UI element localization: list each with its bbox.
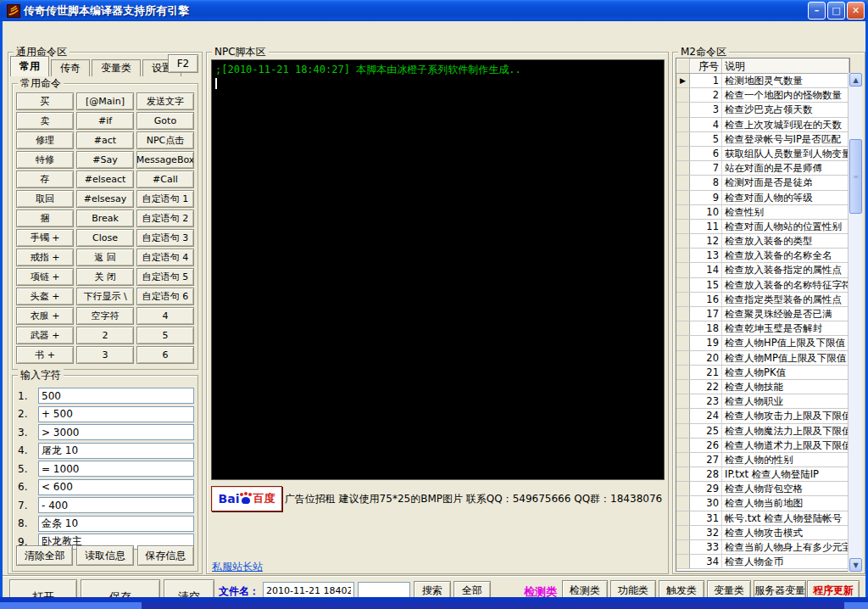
command-button[interactable]: 书 +: [16, 346, 74, 364]
m2-row[interactable]: 8 检测对面是否是徒弟: [676, 176, 849, 190]
m2-scrollbar[interactable]: ▲ ≡ ▼: [848, 73, 862, 572]
char-input[interactable]: [38, 443, 194, 459]
command-button[interactable]: 下行显示 \: [76, 288, 134, 305]
command-button[interactable]: #if: [76, 112, 134, 130]
char-input[interactable]: [38, 424, 194, 440]
char-input[interactable]: [38, 461, 194, 477]
command-button[interactable]: 衣服 +: [16, 307, 74, 325]
command-button[interactable]: Goto: [136, 112, 194, 130]
m2-row[interactable]: 11 检查对面人物站的位置性别: [676, 220, 849, 234]
m2-row[interactable]: 16 检查指定类型装备的属性点: [676, 293, 849, 307]
command-button[interactable]: 卖: [16, 112, 74, 130]
command-button[interactable]: 3: [76, 346, 134, 364]
m2-row[interactable]: 9 检查对面人物的等级: [676, 191, 849, 205]
command-button[interactable]: 手镯 +: [16, 229, 74, 247]
minimize-button[interactable]: –: [808, 2, 826, 20]
m2-row[interactable]: 17 检查聚灵珠经验是否已满: [676, 307, 849, 321]
maximize-button[interactable]: □: [827, 2, 845, 20]
command-button[interactable]: NPC点击: [136, 131, 194, 149]
command-button[interactable]: MessageBox: [136, 151, 194, 169]
command-button[interactable]: 6: [136, 346, 194, 364]
char-input[interactable]: [38, 497, 194, 513]
command-button[interactable]: 发送文字: [136, 92, 194, 110]
command-button[interactable]: 2: [76, 327, 134, 344]
m2-row[interactable]: 22 检查人物技能: [676, 380, 849, 394]
m2-row[interactable]: 33 检查当前人物身上有多少元宝: [676, 540, 849, 555]
m2-row[interactable]: 23 检查人物职业: [676, 394, 849, 409]
char-input[interactable]: [38, 516, 194, 532]
m2-row[interactable]: 34 检查人物金币: [676, 555, 849, 569]
m2-row[interactable]: 29 检查人物背包空格: [676, 482, 849, 496]
m2-row[interactable]: 4 检查上次攻城到现在的天数: [676, 118, 849, 132]
command-button[interactable]: 返 回: [76, 249, 134, 266]
m2-row[interactable]: 3 检查沙巴克占领天数: [676, 103, 849, 117]
m2-row[interactable]: 32 检查人物攻击模式: [676, 526, 849, 540]
m2-row[interactable]: 28 IP.txt 检查人物登陆IP: [676, 467, 849, 482]
m2-row[interactable]: 6 获取组队人员数量到人物变量M: [676, 147, 849, 161]
m2-row[interactable]: 26 检查人物道术力上限及下限值: [676, 439, 849, 453]
m2-row[interactable]: 5 检查登录帐号与IP是否匹配: [676, 132, 849, 147]
m2-row[interactable]: 15 检查放入装备的名称特征字符: [676, 278, 849, 293]
scroll-thumb[interactable]: ≡: [849, 139, 862, 214]
site-link[interactable]: 私服站长站: [212, 560, 263, 574]
m2-row[interactable]: 2 检查一个地图内的怪物数量: [676, 88, 849, 103]
command-button[interactable]: 捆: [16, 210, 74, 227]
m2-row[interactable]: 31 帐号.txt 检查人物登陆帐号: [676, 511, 849, 526]
command-button[interactable]: 自定语句 2: [136, 210, 194, 227]
command-button[interactable]: 4: [136, 307, 194, 325]
m2-row[interactable]: 18 检查乾坤玉璧是否解封: [676, 321, 849, 336]
m2-row[interactable]: 14 检查放入装备指定的属性点: [676, 263, 849, 277]
command-button[interactable]: #Say: [76, 151, 134, 169]
command-button[interactable]: 自定语句 1: [136, 190, 194, 208]
command-button[interactable]: #act: [76, 131, 134, 149]
io-button[interactable]: 保存信息: [137, 545, 194, 566]
command-button[interactable]: 自定语句 4: [136, 249, 194, 266]
m2-row[interactable]: 7 站在对面的是不是师傅: [676, 161, 849, 176]
script-editor[interactable]: ;[2010-11-21 18:40:27] 本脚本由冰橙子系列软件制作生成..: [211, 59, 665, 480]
command-button[interactable]: 修理: [16, 131, 74, 149]
m2-row[interactable]: 21 检查人物PK值: [676, 366, 849, 380]
m2-row[interactable]: ▶ 1 检测地图灵气数量: [676, 74, 849, 88]
command-button[interactable]: [@Main]: [76, 92, 134, 110]
m2-row[interactable]: 24 检查人物攻击力上限及下限值: [676, 409, 849, 423]
command-button[interactable]: #elsesay: [76, 190, 134, 208]
command-button[interactable]: 空字符: [76, 307, 134, 325]
extra-input[interactable]: [358, 582, 410, 599]
char-input[interactable]: [38, 388, 194, 404]
command-button[interactable]: 自定语句 5: [136, 268, 194, 286]
command-button[interactable]: 武器 +: [16, 327, 74, 344]
command-button[interactable]: 自定语句 3: [136, 229, 194, 247]
m2-row[interactable]: 12 检查放入装备的类型: [676, 234, 849, 249]
char-input[interactable]: [38, 479, 194, 495]
m2-row[interactable]: 19 检查人物HP值上限及下限值: [676, 336, 849, 350]
command-button[interactable]: 头盔 +: [16, 288, 74, 305]
command-button[interactable]: Close: [76, 229, 134, 247]
char-input[interactable]: [38, 406, 194, 422]
m2-row[interactable]: 30 检查人物当前地图: [676, 496, 849, 511]
command-button[interactable]: 取回: [16, 190, 74, 208]
command-button[interactable]: 5: [136, 327, 194, 344]
io-button[interactable]: 读取信息: [76, 545, 133, 566]
m2-row[interactable]: 27 检查人物的性别: [676, 453, 849, 467]
f2-button[interactable]: F2: [168, 54, 198, 73]
command-button[interactable]: 特修: [16, 151, 74, 169]
scroll-down-icon[interactable]: ▼: [849, 558, 862, 572]
command-button[interactable]: 自定语句 6: [136, 288, 194, 305]
command-button[interactable]: #elseact: [76, 170, 134, 188]
m2-row[interactable]: 20 检查人物MP值上限及下限值: [676, 351, 849, 366]
command-button[interactable]: 买: [16, 92, 74, 110]
command-button[interactable]: 项链 +: [16, 268, 74, 286]
command-tab[interactable]: 变量类: [92, 59, 141, 76]
command-button[interactable]: 戒指 +: [16, 249, 74, 266]
command-button[interactable]: 关 闭: [76, 268, 134, 286]
close-button[interactable]: ✕: [847, 2, 865, 20]
io-button[interactable]: 清除全部: [16, 545, 73, 566]
command-tab[interactable]: 常用: [10, 56, 49, 76]
m2-row[interactable]: 13 检查放入装备的名称全名: [676, 249, 849, 263]
command-button[interactable]: #Call: [136, 170, 194, 188]
filename-input[interactable]: [263, 582, 354, 599]
command-tab[interactable]: 传奇: [51, 59, 90, 76]
baidu-logo-button[interactable]: Bai 百度: [211, 486, 282, 511]
scroll-up-icon[interactable]: ▲: [849, 73, 862, 87]
m2-row[interactable]: 10 检查性别: [676, 205, 849, 220]
